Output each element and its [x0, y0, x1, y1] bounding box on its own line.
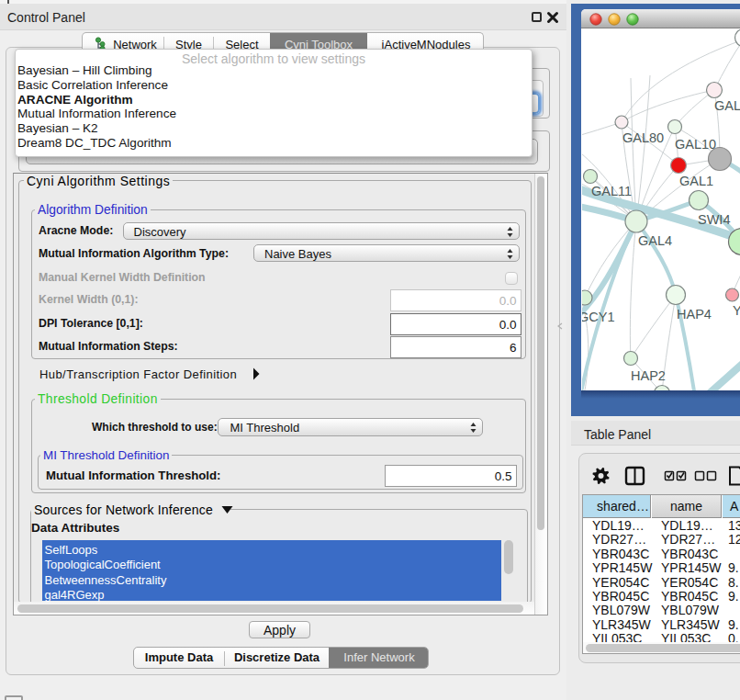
svg-text:GAL11: GAL11	[591, 184, 632, 198]
svg-text:GAL4: GAL4	[638, 233, 672, 248]
svg-text:SWI4: SWI4	[698, 212, 730, 227]
svg-text:GAL10: GAL10	[675, 137, 716, 152]
svg-text:YM: YM	[733, 303, 740, 318]
svg-text:HAP2: HAP2	[631, 368, 666, 383]
svg-text:GCY1: GCY1	[582, 310, 615, 324]
svg-text:GAL80: GAL80	[622, 130, 664, 145]
svg-text:GAL2: GAL2	[714, 98, 740, 113]
svg-text:HAP4: HAP4	[677, 307, 712, 322]
svg-text:GAL1: GAL1	[679, 174, 713, 188]
